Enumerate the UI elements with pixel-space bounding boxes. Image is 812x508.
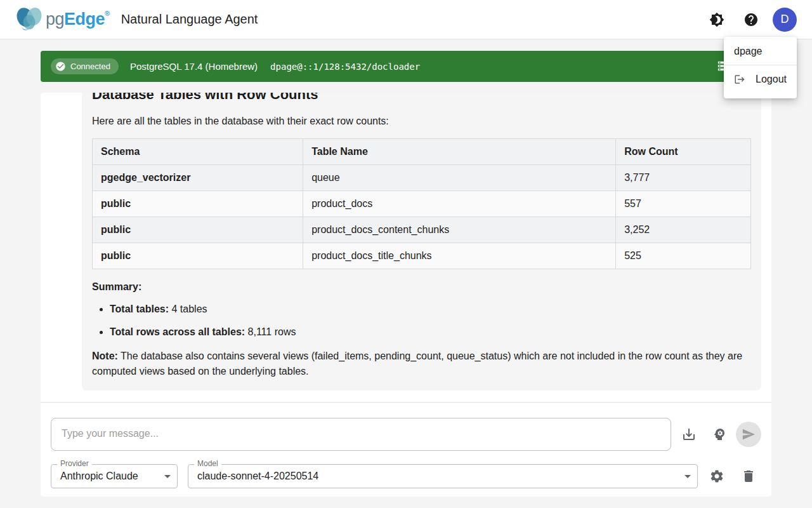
assistant-message: Database Tables with Row Counts Here are… [82,93,761,391]
export-chat-button[interactable] [676,422,702,447]
menu-username: dpage [724,43,797,65]
list-item: Total rows across all tables: 8,111 rows [110,324,751,340]
chevron-down-icon [684,475,691,478]
chat-history: Database Tables with Row Counts Here are… [41,93,771,402]
header-actions: D [704,7,797,32]
schema-cell: public [93,243,303,269]
brand-registered-mark: ® [105,10,110,17]
brightness-toggle-icon [709,12,724,27]
page: pgEdge® Natural Language Agent D Connect… [0,0,812,508]
help-button[interactable] [738,7,764,32]
table-name-cell: queue [303,165,616,191]
table-name-cell: product_docs [303,191,616,217]
summary-item-value: 4 tables [169,304,207,314]
logout-label: Logout [756,74,787,85]
check-circle-icon [55,61,66,72]
note-text: The database also contains several views… [92,351,742,377]
brand-pg: pg [46,10,64,29]
provider-label: Provider [57,459,92,468]
main-card: Database Tables with Row Counts Here are… [41,93,771,497]
row-count-cell: 525 [616,243,751,269]
pgedge-logo-icon [15,6,44,33]
logout-icon [734,73,745,86]
psychology-icon [712,427,727,442]
note-paragraph: Note: The database also contains several… [92,349,751,379]
schema-cell: pgedge_vectorizer [93,165,303,191]
gear-icon [709,469,724,484]
message-heading: Database Tables with Row Counts [92,93,751,104]
composer: Provider Anthropic Claude Model claude-s… [41,402,771,489]
schema-cell: public [93,191,303,217]
summary-item-label: Total tables: [110,304,169,314]
summary-item-label: Total rows across all tables: [110,326,245,337]
send-button[interactable] [736,422,761,447]
model-value: claude-sonnet-4-20250514 [197,471,318,482]
column-header-table-name: Table Name [303,139,616,165]
table-name-cell: product_docs_title_chunks [303,243,616,269]
logout-menu-item[interactable]: Logout [724,65,797,93]
brand-wordmark: pgEdge® [46,10,110,29]
note-label: Note: [92,351,118,361]
connected-label: Connected [70,62,110,71]
list-item: Total tables: 4 tables [110,302,751,317]
pgedge-logo: pgEdge® [15,6,110,33]
table-row: pgedge_vectorizer queue 3,777 [93,165,751,191]
trash-icon [741,469,756,484]
table-row: public product_docs_title_chunks 525 [93,243,751,269]
row-count-cell: 3,777 [616,165,751,191]
ai-reasoning-button[interactable] [707,422,732,447]
user-avatar[interactable]: D [773,8,797,32]
column-header-schema: Schema [93,139,303,165]
summary-item-value: 8,111 rows [245,326,296,337]
app-header: pgEdge® Natural Language Agent D [0,0,812,39]
page-title: Natural Language Agent [121,12,258,27]
model-select[interactable]: Model claude-sonnet-4-20250514 [188,464,698,488]
provider-value: Anthropic Claude [60,471,138,482]
table-name-cell: product_docs_content_chunks [303,217,616,243]
server-version: PostgreSQL 17.4 (Homebrew) [130,61,258,72]
message-input[interactable] [51,418,671,451]
send-icon [742,427,756,441]
column-header-row-count: Row Count [616,139,751,165]
table-row: public product_docs_content_chunks 3,252 [93,217,751,243]
schema-cell: public [93,217,303,243]
composer-settings-row: Provider Anthropic Claude Model claude-s… [51,464,761,489]
download-icon [681,427,697,442]
settings-button[interactable] [704,464,730,489]
clear-chat-button[interactable] [736,464,761,489]
user-menu: dpage Logout [724,37,797,98]
chevron-down-icon [164,475,171,478]
summary-heading: Summary: [92,281,751,293]
summary-list: Total tables: 4 tables Total rows across… [92,302,751,340]
row-counts-table: Schema Table Name Row Count pgedge_vecto… [92,138,751,269]
brand-edge: Edge [64,10,105,29]
table-row: public product_docs 557 [93,191,751,217]
message-intro: Here are all the tables in the database … [92,114,751,129]
help-icon [743,12,759,27]
connection-string: dpage@::1/128:5432/docloader [270,62,420,72]
model-label: Model [194,459,221,468]
theme-toggle-button[interactable] [704,7,730,32]
row-count-cell: 557 [616,191,751,217]
table-header-row: Schema Table Name Row Count [93,139,751,165]
connection-status-bar: Connected PostgreSQL 17.4 (Homebrew) dpa… [41,51,771,82]
connected-badge: Connected [51,58,119,74]
composer-input-row [51,418,761,451]
row-count-cell: 3,252 [616,217,751,243]
provider-select[interactable]: Provider Anthropic Claude [51,464,178,488]
